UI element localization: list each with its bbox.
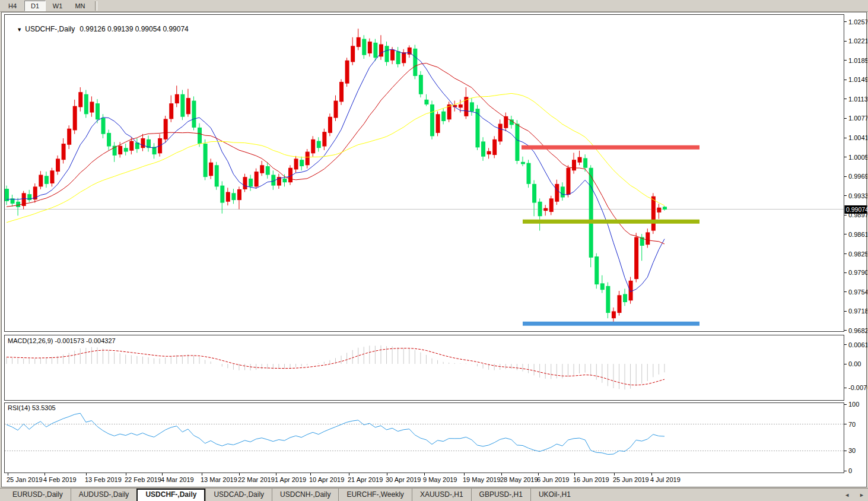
chart-tab-bar: EURUSD-,DailyAUDUSD-,DailyUSDCHF-,DailyU… [0, 488, 868, 501]
timeframe-button-H4[interactable]: H4 [2, 1, 23, 11]
candle [549, 198, 554, 212]
candle [430, 104, 434, 136]
rsi-indicator-label: RSI(14) 53.5305 [8, 404, 56, 411]
candle [470, 102, 474, 111]
candle [396, 51, 400, 64]
candle [84, 94, 88, 114]
timeframe-toolbar: H4D1W1MN [0, 0, 868, 12]
candle [600, 283, 605, 290]
candle [459, 104, 463, 107]
candle [572, 160, 576, 170]
timeframe-button-MN[interactable]: MN [69, 1, 91, 11]
price-axis-label: 0.98610 [848, 231, 867, 238]
candle [515, 124, 519, 161]
price-axis-label: 1.01490 [848, 76, 867, 83]
timeframe-button-W1[interactable]: W1 [47, 1, 68, 11]
candle [385, 46, 389, 62]
tab-scroll-left-icon[interactable]: ◄ [844, 492, 850, 498]
time-axis-label: 25 Jan 2019 [7, 476, 43, 483]
tab-scroll-right-icon[interactable]: ► [859, 492, 864, 498]
price-axis-label: 0.98250 [848, 251, 867, 258]
candle [237, 189, 241, 200]
tab-usdcnh-daily[interactable]: USDCNH-,Daily [272, 489, 338, 501]
tab-xauusd-h1[interactable]: XAUUSD-,H1 [412, 489, 471, 501]
candle [527, 163, 531, 184]
rsi-axis-label: 0 [848, 467, 852, 474]
price-axis-label: 1.02570 [848, 18, 867, 26]
candle [651, 196, 656, 231]
price-axis-label: 1.00410 [848, 134, 867, 141]
candle [198, 128, 202, 144]
macd-axis-label: -0.00761 [848, 384, 867, 391]
candle [164, 119, 168, 139]
candle [27, 194, 31, 200]
time-axis-label: 10 Apr 2019 [309, 476, 344, 483]
candle [419, 75, 423, 94]
timeframe-button-D1[interactable]: D1 [24, 1, 46, 11]
candle [175, 94, 179, 103]
candle [583, 158, 587, 167]
chart-window[interactable]: 1.025701.022101.018501.014901.011301.007… [1, 12, 867, 487]
tab-usdcad-daily[interactable]: USDCAD-,Daily [205, 489, 272, 501]
time-axis-label: 22 Feb 2019 [125, 476, 161, 483]
candle [306, 152, 310, 166]
tab-ukoil-h1[interactable]: UKOil-,H1 [530, 489, 578, 501]
current-price-tag-value: 0.99074 [846, 206, 867, 213]
candle [328, 117, 332, 133]
time-axis-label: 4 Mar 2019 [161, 476, 194, 483]
tab-gbpusd-h1[interactable]: GBPUSD-,H1 [471, 489, 530, 501]
candlestick-chart-canvas[interactable]: 1.025701.022101.018501.014901.011301.007… [2, 12, 867, 487]
candle [96, 103, 100, 119]
time-axis-label: 22 Mar 2019 [238, 476, 275, 483]
time-axis-label: 13 Feb 2019 [85, 476, 122, 483]
candle [141, 138, 145, 148]
candle [107, 133, 111, 147]
rsi-axis-label: 70 [848, 421, 856, 428]
collapse-triangle-icon[interactable]: ▼ [17, 27, 22, 33]
candle [62, 144, 66, 160]
candle [441, 112, 446, 121]
candle [209, 163, 213, 176]
tab-audusd-daily[interactable]: AUDUSD-,Daily [71, 489, 137, 501]
candle [322, 132, 326, 146]
price-axis: 1.025701.022101.018501.014901.011301.007… [844, 18, 868, 334]
candle [243, 177, 247, 189]
candle [646, 232, 650, 245]
rsi-axis-label: 100 [848, 401, 859, 408]
candle [368, 42, 372, 53]
time-axis-label: 1 Apr 2019 [275, 476, 306, 483]
candle [555, 184, 559, 202]
candle [333, 101, 338, 118]
candle [192, 101, 196, 128]
candle [413, 49, 417, 76]
candle [300, 160, 304, 166]
main-panel-frame [5, 15, 844, 332]
candle [56, 158, 60, 172]
candle [612, 311, 616, 318]
rsi-panel-frame [5, 403, 844, 473]
tab-scroll-controls: ◄ ► [844, 489, 864, 501]
candle [186, 98, 190, 114]
candle [617, 295, 621, 313]
candle [594, 256, 599, 284]
candle [521, 162, 525, 164]
time-axis-label: 13 Mar 2019 [201, 476, 237, 483]
time-axis-label: 9 May 2019 [423, 476, 457, 483]
candle [351, 46, 355, 62]
chart-symbol-label: USDCHF-,Daily [25, 25, 75, 33]
price-axis-label: 1.02210 [848, 37, 867, 45]
tab-eurchf-weekly[interactable]: EURCHF-,Weekly [338, 489, 411, 501]
rsi-axis: 10070300 [844, 401, 860, 474]
candle [589, 168, 593, 258]
toolbar-separator [95, 1, 97, 11]
candle [220, 186, 224, 203]
candle [561, 186, 565, 197]
chart-title: ▼USDCHF-,Daily0.99126 0.99139 0.99054 0.… [9, 17, 189, 42]
candle [606, 286, 610, 313]
time-axis-label: 16 Jun 2019 [573, 476, 609, 483]
tab-usdchf-daily[interactable]: USDCHF-,Daily [136, 489, 205, 501]
tab-eurusd-daily[interactable]: EURUSD-,Daily [5, 489, 71, 501]
candle [16, 202, 20, 207]
candle [180, 94, 185, 117]
time-axis-label: 4 Feb 2019 [43, 476, 77, 483]
